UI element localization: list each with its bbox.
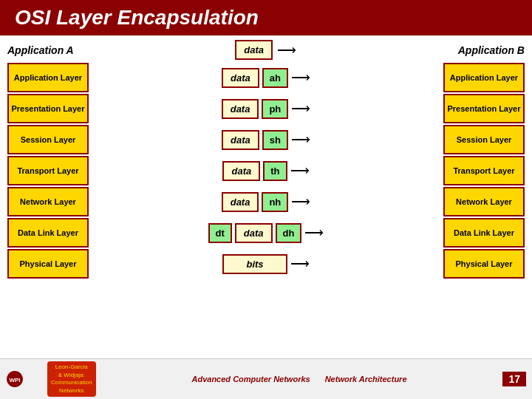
left-label-session: Session Layer — [7, 125, 89, 154]
header-right-datalink: dh — [276, 223, 302, 243]
center-network: data nh ⟶ — [89, 187, 443, 216]
center-presentation: data ph ⟶ — [89, 94, 443, 123]
top-data-area: data ⟶ — [235, 40, 296, 60]
footer: WPI Leon-Garcia & Widjaja: Communication… — [0, 358, 532, 399]
arrow-transport: ⟶ — [290, 163, 310, 179]
bits-box: bits — [222, 254, 287, 274]
app-a-label: Application A — [7, 44, 74, 56]
footer-page-number: 17 — [502, 372, 526, 386]
center-application: data ah ⟶ — [89, 63, 443, 92]
page: OSI Layer Encapsulation Application A da… — [0, 0, 532, 399]
center-session: data sh ⟶ — [89, 125, 443, 154]
footer-center: Advanced Computer Networks Network Archi… — [192, 375, 407, 383]
header-box-network: nh — [262, 192, 288, 212]
center-transport: data th ⟶ — [89, 156, 443, 185]
layer-row-physical: Physical Layer bits ⟶ Physical Layer — [7, 249, 525, 279]
app-b-label: Application B — [458, 44, 525, 56]
arrow-datalink: ⟶ — [304, 225, 324, 241]
left-label-transport: Transport Layer — [7, 156, 89, 185]
arrow-network: ⟶ — [291, 194, 310, 210]
header-left-datalink: dt — [208, 223, 232, 243]
right-label-application: Application Layer — [443, 63, 525, 92]
wpi-logo: WPI — [6, 369, 43, 389]
layer-row-session: Session Layer data sh ⟶ Session Layer — [7, 125, 525, 154]
data-box-datalink: data — [235, 223, 273, 243]
data-box-application: data — [222, 68, 259, 88]
footer-advanced-networks: Advanced Computer Networks — [192, 375, 310, 383]
layer-row-application: Application Layer data ah ⟶ Application … — [7, 63, 525, 92]
left-label-datalink: Data Link Layer — [7, 218, 89, 248]
author-info: Leon-Garcia & Widjaja: Communication Net… — [47, 361, 96, 397]
top-data-box: data — [235, 40, 273, 60]
left-label-physical: Physical Layer — [7, 249, 89, 279]
data-box-network: data — [222, 192, 259, 212]
right-label-network: Network Layer — [443, 187, 525, 216]
layer-row-datalink: Data Link Layer dt data dh ⟶ Data Link L… — [7, 218, 525, 248]
header-box-transport: th — [263, 161, 287, 181]
arrow-session: ⟶ — [291, 132, 310, 148]
page-title: OSI Layer Encapsulation — [15, 6, 259, 29]
layer-row-network: Network Layer data nh ⟶ Network Layer — [7, 187, 525, 216]
header-box-application: ah — [262, 68, 288, 88]
top-arrow: ⟶ — [277, 42, 296, 58]
arrow-presentation: ⟶ — [291, 100, 310, 117]
left-label-application: Application Layer — [7, 63, 89, 92]
right-label-session: Session Layer — [443, 125, 525, 154]
left-label-network: Network Layer — [7, 187, 89, 216]
title-bar: OSI Layer Encapsulation — [0, 0, 532, 35]
arrow-physical: ⟶ — [290, 256, 310, 272]
header-box-presentation: ph — [262, 99, 288, 119]
right-label-datalink: Data Link Layer — [443, 218, 525, 248]
center-datalink: dt data dh ⟶ — [89, 218, 443, 248]
app-labels-row: Application A data ⟶ Application B — [7, 40, 525, 60]
layer-row-transport: Transport Layer data th ⟶ Transport Laye… — [7, 156, 525, 185]
footer-left: WPI Leon-Garcia & Widjaja: Communication… — [6, 361, 96, 397]
data-box-transport: data — [222, 161, 260, 181]
arrow-application: ⟶ — [291, 69, 310, 86]
header-box-session: sh — [262, 130, 288, 150]
right-label-transport: Transport Layer — [443, 156, 525, 185]
right-label-presentation: Presentation Layer — [443, 94, 525, 123]
main-content: Application A data ⟶ Application B Appli… — [0, 35, 532, 358]
left-label-presentation: Presentation Layer — [7, 94, 89, 123]
data-box-session: data — [222, 130, 259, 150]
layer-row-presentation: Presentation Layer data ph ⟶ Presentatio… — [7, 94, 525, 123]
svg-text:WPI: WPI — [9, 377, 20, 383]
right-label-physical: Physical Layer — [443, 249, 525, 279]
data-box-presentation: data — [222, 99, 259, 119]
footer-network-architecture: Network Architecture — [325, 375, 407, 383]
center-physical: bits ⟶ — [89, 249, 443, 279]
